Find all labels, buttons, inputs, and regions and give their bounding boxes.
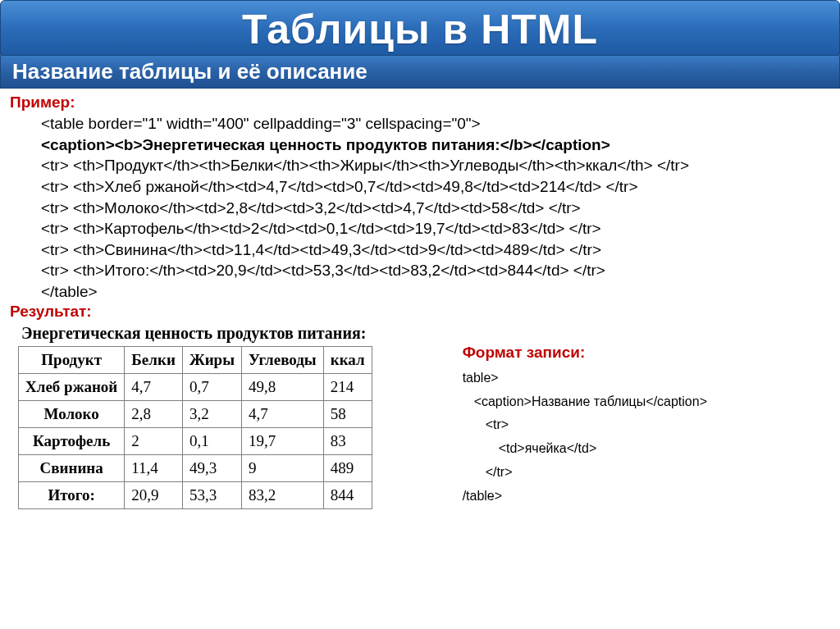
- slide-title-bar: Таблицы в HTML: [0, 0, 840, 56]
- table-row: Хлеб ржаной 4,7 0,7 49,8 214: [19, 373, 372, 400]
- code-line: <tr> <th>Хлеб ржаной</th><td>4,7</td><td…: [41, 176, 830, 198]
- code-example: <table border="1" width="400" cellpaddin…: [10, 113, 830, 303]
- format-line: <tr>: [463, 413, 707, 437]
- format-template: table> <caption>Название таблицы</captio…: [463, 367, 707, 508]
- code-line: <table border="1" width="400" cellpaddin…: [41, 113, 830, 134]
- slide-subtitle-bar: Название таблицы и её описание: [0, 56, 840, 89]
- cell: 0,7: [182, 373, 241, 400]
- table-row: Молоко 2,8 3,2 4,7 58: [19, 400, 372, 427]
- row-header: Молоко: [19, 400, 125, 427]
- row-header: Хлеб ржаной: [19, 373, 125, 400]
- table-row: Картофель 2 0,1 19,7 83: [19, 427, 372, 454]
- slide-subtitle: Название таблицы и её описание: [12, 59, 828, 84]
- table-header: ккал: [323, 346, 372, 373]
- cell: 4,7: [242, 400, 324, 427]
- example-label: Пример:: [10, 93, 830, 112]
- slide-title: Таблицы в HTML: [1, 6, 839, 53]
- table-header: Белки: [125, 346, 183, 373]
- cell: 3,2: [182, 400, 241, 427]
- code-line: <tr> <th>Молоко</th><td>2,8</td><td>3,2<…: [41, 198, 830, 219]
- table-header-row: Продукт Белки Жиры Углеводы ккал: [19, 346, 372, 373]
- cell: 49,3: [182, 454, 241, 481]
- format-line: <td>ячейка</td>: [463, 437, 707, 461]
- result-label: Результат:: [10, 303, 830, 321]
- code-line: <tr> <th>Итого:</th><td>20,9</td><td>53,…: [41, 260, 830, 281]
- row-header: Свинина: [19, 454, 125, 481]
- table-header: Продукт: [19, 346, 125, 373]
- row-header: Итого:: [19, 481, 125, 508]
- cell: 11,4: [125, 454, 183, 481]
- code-line: </table>: [41, 281, 830, 303]
- format-label: Формат записи:: [463, 344, 707, 362]
- cell: 489: [323, 454, 372, 481]
- cell: 49,8: [242, 373, 324, 400]
- cell: 9: [242, 454, 324, 481]
- table-row: Итого: 20,9 53,3 83,2 844: [19, 481, 372, 508]
- table-header: Жиры: [182, 346, 241, 373]
- cell: 0,1: [182, 427, 241, 454]
- cell: 2: [125, 427, 183, 454]
- result-table: Продукт Белки Жиры Углеводы ккал Хлеб рж…: [18, 346, 372, 509]
- cell: 844: [323, 481, 372, 508]
- table-caption: Энергетическая ценность продуктов питани…: [21, 324, 372, 343]
- cell: 19,7: [242, 427, 324, 454]
- cell: 20,9: [125, 481, 183, 508]
- table-header: Углеводы: [242, 346, 324, 373]
- code-line: <tr> <th>Картофель</th><td>2</td><td>0,1…: [41, 218, 830, 239]
- slide-content: Пример: <table border="1" width="400" ce…: [0, 89, 840, 514]
- format-line: /table>: [463, 485, 707, 508]
- format-line: table>: [463, 367, 707, 390]
- cell: 58: [323, 400, 372, 427]
- format-line: <caption>Название таблицы</caption>: [463, 390, 707, 414]
- format-line: </tr>: [463, 461, 707, 485]
- cell: 4,7: [125, 373, 183, 400]
- cell: 53,3: [182, 481, 241, 508]
- code-line: <tr> <th>Продукт</th><th>Белки</th><th>Ж…: [41, 155, 830, 176]
- cell: 83: [323, 427, 372, 454]
- cell: 214: [323, 373, 372, 400]
- code-line: <tr> <th>Свинина</th><td>11,4</td><td>49…: [41, 239, 830, 261]
- cell: 2,8: [125, 400, 183, 427]
- cell: 83,2: [242, 481, 324, 508]
- code-line: <caption><b>Энергетическая ценность прод…: [41, 134, 830, 156]
- table-row: Свинина 11,4 49,3 9 489: [19, 454, 372, 481]
- row-header: Картофель: [19, 427, 125, 454]
